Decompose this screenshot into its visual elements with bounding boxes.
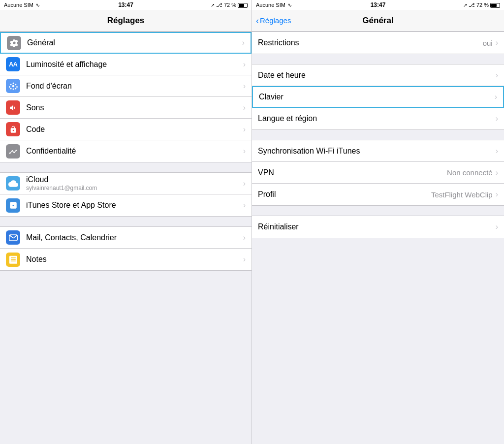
restrictions-value: oui [483, 39, 493, 47]
left-time: 13:47 [118, 1, 133, 8]
row-vpn[interactable]: VPN Non connecté › [252, 162, 504, 184]
right-bluetooth-icon: ⎇ [469, 2, 475, 8]
left-battery-text: 72 % [224, 2, 236, 8]
mail-label: Mail, Contacts, Calendrier [26, 233, 243, 242]
row-sounds[interactable]: Sons › [0, 97, 252, 119]
left-nav-bar: Réglages [0, 10, 252, 32]
datetime-label: Date et heure [258, 71, 496, 80]
left-wifi-icon: ∿ [35, 2, 40, 8]
privacy-label: Confidentialité [26, 147, 243, 156]
row-restrictions[interactable]: Restrictions oui › [252, 32, 504, 54]
left-group-2: iCloud sylvainrenaut1@gmail.com › iTunes… [0, 172, 252, 217]
left-status-left: Aucune SIM ∿ [4, 2, 40, 8]
right-time: 13:47 [371, 1, 386, 8]
right-panel: Aucune SIM ∿ 13:47 ↗ ⎇ 72 % ‹ Réglages G… [252, 0, 504, 444]
notes-icon [6, 253, 20, 267]
left-settings-list: Général › AA Luminosité et affichage › F… [0, 32, 252, 444]
reinitialiser-label: Réinitialiser [258, 222, 496, 231]
row-clavier[interactable]: Clavier › [252, 86, 504, 108]
profil-label: Profil [258, 190, 431, 199]
left-panel: Aucune SIM ∿ 13:47 ↗ ⎇ 72 % Réglages [0, 0, 252, 444]
row-profil[interactable]: Profil TestFlight WebClip › [252, 184, 504, 205]
left-status-right: ↗ ⎇ 72 % [211, 2, 248, 8]
right-location-icon: ↗ [463, 2, 467, 8]
general-icon [7, 36, 21, 50]
wallpaper-label: Fond d'écran [26, 82, 243, 91]
notes-chevron: › [243, 255, 246, 264]
left-battery-icon [238, 2, 248, 8]
restrictions-chevron: › [496, 38, 498, 47]
vpn-value: Non connecté [447, 168, 493, 177]
left-nav-title: Réglages [107, 16, 145, 26]
right-status-right: ↗ ⎇ 72 % [463, 2, 500, 8]
right-group-3: Synchronisation Wi-Fi iTunes › VPN Non c… [252, 140, 504, 206]
sounds-icon [6, 100, 20, 115]
row-wallpaper[interactable]: Fond d'écran › [0, 75, 252, 97]
brightness-label: Luminosité et affichage [26, 60, 243, 69]
row-privacy[interactable]: Confidentialité › [0, 140, 252, 162]
wallpaper-icon [6, 79, 20, 93]
right-nav-title: Général [362, 16, 393, 26]
icloud-chevron: › [243, 179, 246, 188]
icloud-sublabel: sylvainrenaut1@gmail.com [26, 185, 243, 191]
sync-label: Synchronisation Wi-Fi iTunes [258, 147, 496, 156]
right-status-bar: Aucune SIM ∿ 13:47 ↗ ⎇ 72 % [252, 0, 504, 10]
row-brightness[interactable]: AA Luminosité et affichage › [0, 54, 252, 75]
restrictions-label: Restrictions [258, 38, 483, 47]
mail-chevron: › [243, 233, 246, 242]
datetime-chevron: › [496, 71, 498, 80]
vpn-label: VPN [258, 168, 447, 177]
row-itunes[interactable]: iTunes Store et App Store › [0, 194, 252, 216]
mail-icon [6, 230, 20, 245]
right-battery-icon [490, 2, 500, 8]
row-passcode[interactable]: Code › [0, 119, 252, 140]
icloud-label-container: iCloud sylvainrenaut1@gmail.com [26, 175, 243, 191]
vpn-chevron: › [496, 168, 498, 177]
brightness-icon: AA [6, 57, 20, 71]
clavier-chevron: › [495, 93, 497, 101]
wallpaper-chevron: › [243, 82, 246, 91]
icloud-icon [6, 176, 20, 190]
back-button[interactable]: ‹ Réglages [256, 16, 291, 25]
profil-chevron: › [496, 190, 498, 199]
sounds-label: Sons [26, 103, 243, 112]
right-group-1: Restrictions oui › [252, 32, 504, 54]
passcode-icon [6, 122, 20, 136]
privacy-chevron: › [243, 147, 246, 156]
row-general[interactable]: Général › [0, 32, 252, 54]
left-no-sim: Aucune SIM [4, 2, 33, 8]
sounds-chevron: › [243, 103, 246, 112]
row-notes[interactable]: Notes › [0, 249, 252, 270]
left-group-1: Général › AA Luminosité et affichage › F… [0, 32, 252, 162]
itunes-icon [6, 198, 20, 213]
row-datetime[interactable]: Date et heure › [252, 64, 504, 86]
left-group-3: Mail, Contacts, Calendrier › Notes › [0, 226, 252, 271]
passcode-label: Code [26, 125, 243, 134]
right-settings-list: Restrictions oui › Date et heure › Clavi… [252, 32, 504, 444]
right-battery-text: 72 % [476, 2, 489, 8]
general-chevron: › [242, 38, 245, 47]
notes-label: Notes [26, 255, 243, 264]
right-no-sim: Aucune SIM [256, 2, 285, 8]
langue-chevron: › [496, 114, 498, 123]
right-status-left: Aucune SIM ∿ [256, 2, 292, 8]
langue-label: Langue et région [258, 114, 496, 123]
itunes-label: iTunes Store et App Store [26, 201, 243, 210]
passcode-chevron: › [243, 125, 246, 134]
profil-value: TestFlight WebClip [431, 190, 493, 199]
row-sync[interactable]: Synchronisation Wi-Fi iTunes › [252, 140, 504, 162]
row-mail[interactable]: Mail, Contacts, Calendrier › [0, 227, 252, 249]
reinitialiser-chevron: › [496, 222, 498, 231]
right-group-2: Date et heure › Clavier › Langue et régi… [252, 64, 504, 130]
right-nav-bar: ‹ Réglages Général [252, 10, 504, 32]
row-icloud[interactable]: iCloud sylvainrenaut1@gmail.com › [0, 173, 252, 194]
svg-point-0 [12, 85, 14, 87]
back-label: Réglages [260, 16, 291, 25]
privacy-icon [6, 144, 20, 159]
general-label: Général [27, 38, 242, 47]
right-group-4: Réinitialiser › [252, 216, 504, 238]
row-reinitialiser[interactable]: Réinitialiser › [252, 216, 504, 238]
row-langue[interactable]: Langue et région › [252, 108, 504, 129]
itunes-chevron: › [243, 201, 246, 210]
right-wifi-icon: ∿ [287, 2, 292, 8]
